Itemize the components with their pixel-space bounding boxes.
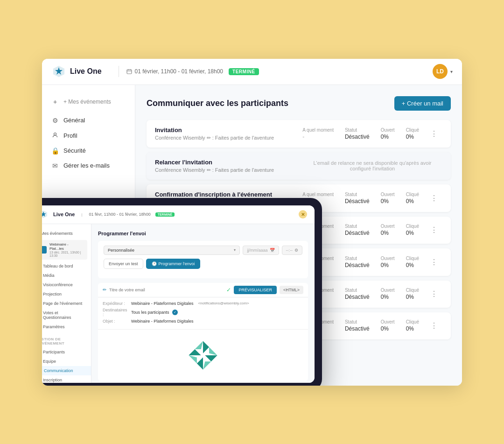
- email-title: Invitation: [155, 127, 295, 134]
- email-card-info: Relancer l'invitation Conférence Wisembl…: [155, 159, 295, 173]
- tablet-sidebar-visio[interactable]: Visioconférence: [42, 280, 91, 289]
- sidebar-label: Page de l'événement: [43, 301, 82, 306]
- meta-clique: Cliqué 0%: [406, 224, 419, 236]
- sidebar-add-event[interactable]: + + Mes événements: [42, 94, 135, 109]
- tablet-sidebar-tableau[interactable]: Tableau de bord: [42, 261, 91, 271]
- meta-sender-name: Webinaire - Plateformes Digitales: [131, 301, 193, 306]
- tablet-sidebar-votes[interactable]: Votes et Questionnaires: [42, 308, 91, 322]
- tablet-main: Programmer l'envoi Personnalisée ▾ jj/mm…: [91, 224, 315, 383]
- meta-label: Cliqué: [406, 256, 419, 261]
- tablet-sidebar-inscription[interactable]: Inscription: [42, 375, 91, 383]
- sidebar-item-profil[interactable]: Profil: [42, 128, 135, 143]
- logo-text: Live One: [70, 67, 102, 76]
- meta-clique: Cliqué 0%: [406, 256, 419, 268]
- date-placeholder: jj/mm/aaaa: [247, 248, 267, 253]
- email-title-input[interactable]: [109, 288, 224, 292]
- tablet-sidebar-participants[interactable]: Participants: [42, 347, 91, 357]
- tablet-sidebar-page[interactable]: Page de l'événement: [42, 299, 91, 308]
- email-actions-menu[interactable]: ⋮: [427, 192, 442, 204]
- send-test-button[interactable]: Envoyer un test: [104, 259, 143, 269]
- sidebar-label: Média: [43, 273, 55, 278]
- meta-value: Désactivé: [345, 325, 370, 332]
- tablet-close-button[interactable]: ✕: [299, 210, 307, 218]
- html-button[interactable]: <HTML>: [280, 286, 303, 294]
- header: Live One 01 février, 11h00 - 01 février,…: [42, 59, 462, 85]
- email-actions-menu[interactable]: ⋮: [427, 256, 442, 268]
- email-card-info: Invitation Conférence Wisembly ✏ : Faite…: [155, 127, 295, 141]
- sidebar-label: Votes et Questionnaires: [43, 310, 86, 320]
- tablet-event-item[interactable]: Webinaire - Plat...les 13 déc. 2021, 13h…: [42, 240, 87, 260]
- meta-clique: Cliqué 0%: [406, 319, 419, 332]
- sidebar-item-emails[interactable]: ✉ Gérer les e-mails: [42, 158, 135, 173]
- sidebar-label: Inscription: [43, 378, 62, 382]
- tablet-add-event[interactable]: + Mes événements: [42, 229, 91, 238]
- meta-value: Désactivé: [345, 198, 370, 204]
- svg-marker-16: [195, 341, 203, 349]
- svg-marker-10: [205, 355, 217, 361]
- tablet-overlay: Live One | 01 févr, 11h00 - 01 février, …: [42, 198, 322, 386]
- create-mail-button[interactable]: + Créer un mail: [394, 96, 451, 111]
- sidebar-item-securite[interactable]: 🔒 Sécurité: [42, 143, 135, 158]
- email-actions-menu[interactable]: ⋮: [427, 288, 442, 300]
- email-card-relancer: Relancer l'invitation Conférence Wisembl…: [147, 152, 451, 180]
- tablet-time-input[interactable]: --:-- ⚙: [282, 246, 303, 255]
- meta-label: Cliqué: [406, 319, 419, 324]
- svg-rect-2: [127, 70, 132, 74]
- meta-label: A quel moment: [302, 192, 334, 197]
- svg-marker-15: [189, 355, 197, 364]
- email-subtitle: Conférence Wisembly ✏ : Faites partie de…: [155, 135, 295, 141]
- email-card-invitation: Invitation Conférence Wisembly ✏ : Faite…: [147, 120, 451, 148]
- meta-subject-label: Objet :: [103, 319, 128, 324]
- clock-icon: ⚙: [294, 248, 298, 253]
- svg-marker-9: [203, 341, 209, 353]
- schedule-button[interactable]: 🕐 Programmer l'envoi: [146, 259, 201, 269]
- preview-button[interactable]: PRÉVISUALISER: [234, 286, 277, 294]
- meta-value: 0%: [381, 134, 395, 140]
- meta-clique: Cliqué 0%: [406, 192, 419, 204]
- tablet-editor-toolbar: ✏ ✓ PRÉVISUALISER <HTML>: [98, 283, 308, 297]
- email-actions-menu[interactable]: ⋮: [427, 319, 442, 332]
- sidebar-label: Equipe: [43, 359, 56, 364]
- meta-statut: Statut Désactivé: [345, 319, 370, 332]
- email-icon: ✉: [51, 162, 59, 169]
- tablet-schedule-box: Personnalisée ▾ jj/mm/aaaa 📅 --:-- ⚙: [98, 241, 308, 278]
- event-name: Webinaire - Plat...les: [49, 242, 83, 251]
- event-info: Webinaire - Plat...les 13 déc. 2021, 13h…: [49, 242, 83, 257]
- tablet-sidebar-projection[interactable]: Projection: [42, 289, 91, 299]
- meta-value: 0%: [406, 198, 419, 204]
- meta-label: Ouvert: [381, 224, 395, 229]
- meta-value: Désactivé: [345, 134, 370, 140]
- sidebar-item-general[interactable]: ⚙ Général: [42, 113, 135, 128]
- email-actions-menu[interactable]: ⋮: [427, 127, 442, 140]
- tablet-sidebar-communication[interactable]: Communication: [42, 366, 91, 375]
- clock-icon: 🕐: [152, 261, 157, 266]
- disabled-message: L'email de relance ne sera disponible qu…: [302, 160, 442, 171]
- wisembly-logo-preview: [187, 339, 219, 372]
- page-title: Communiquer avec les participants: [147, 99, 288, 108]
- user-menu[interactable]: LD ▾: [433, 64, 453, 79]
- tablet-sidebar-params[interactable]: Paramètres: [42, 322, 91, 331]
- sidebar-emails-label: Gérer les e-mails: [63, 162, 110, 169]
- tablet-email-editor: ✏ ✓ PRÉVISUALISER <HTML> Expéditeur : We…: [98, 283, 308, 381]
- page-header: Communiquer avec les participants + Crée…: [147, 96, 451, 111]
- tablet-sidebar-media[interactable]: Média: [42, 271, 91, 280]
- email-actions-menu[interactable]: ⋮: [427, 224, 442, 236]
- meta-statut: Statut Désactivé: [345, 127, 370, 140]
- meta-clique: Cliqué 0%: [406, 127, 419, 140]
- meta-label: Statut: [345, 192, 370, 197]
- email-subtitle: Conférence Wisembly ✏ : Faites partie de…: [155, 167, 295, 173]
- event-icon: [42, 246, 47, 254]
- meta-a-quel-moment: A quel moment -: [302, 127, 334, 140]
- meta-label: Ouvert: [381, 192, 395, 197]
- tablet-date-input[interactable]: jj/mm/aaaa 📅: [243, 246, 279, 255]
- tablet-schedule-select[interactable]: Personnalisée ▾: [104, 246, 240, 255]
- tablet-sidebar-equipe[interactable]: Equipe: [42, 357, 91, 366]
- meta-label: Statut: [345, 288, 370, 293]
- header-date-text: 01 février, 11h00 - 01 février, 18h00: [135, 68, 223, 75]
- meta-value: 0%: [381, 198, 395, 204]
- check-icon: ✓: [226, 287, 231, 293]
- plus-icon: +: [51, 98, 59, 106]
- meta-label: Cliqué: [406, 127, 419, 133]
- meta-value: 0%: [381, 262, 395, 268]
- meta-label: Ouvert: [381, 288, 395, 293]
